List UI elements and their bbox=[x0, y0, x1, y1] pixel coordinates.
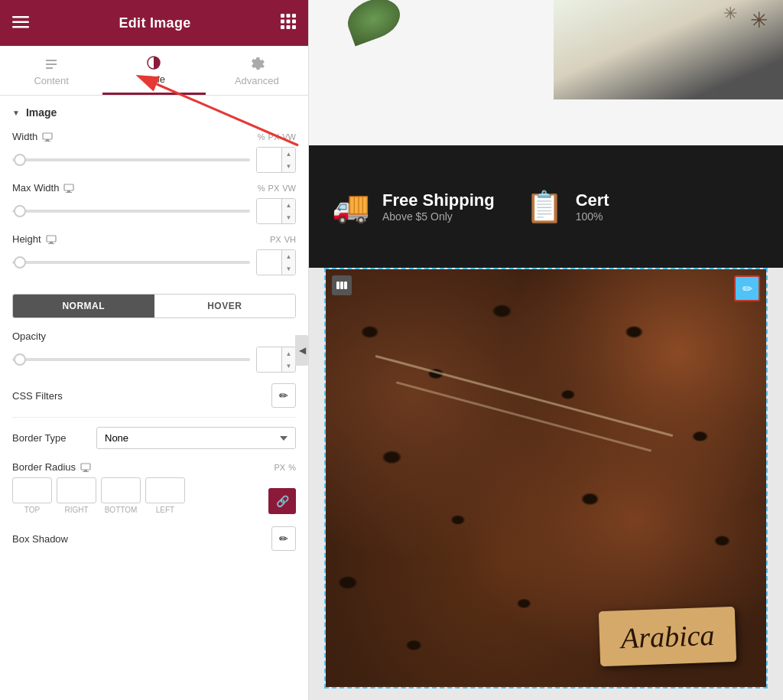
column-handle[interactable] bbox=[332, 275, 352, 295]
max-width-increment-btn[interactable]: ▲ bbox=[282, 199, 295, 211]
br-top-input[interactable]: ▲ ▼ bbox=[12, 477, 52, 503]
br-right-input[interactable]: ▲ ▼ bbox=[57, 477, 96, 503]
panel-title: Edit Image bbox=[119, 15, 190, 31]
opacity-label: Opacity bbox=[12, 330, 46, 342]
opacity-slider-track[interactable] bbox=[12, 358, 250, 361]
panel-header: Edit Image bbox=[0, 0, 308, 46]
height-slider-track[interactable] bbox=[12, 261, 250, 264]
height-units[interactable]: PX VH bbox=[270, 235, 296, 244]
border-radius-control: Border Radius PX % ▲ ▼ bbox=[0, 455, 308, 520]
max-width-decrement-btn[interactable]: ▼ bbox=[282, 211, 295, 223]
br-left-input[interactable]: ▲ ▼ bbox=[145, 477, 185, 503]
box-shadow-edit-btn[interactable]: ✏ bbox=[271, 526, 296, 551]
max-width-control: Max Width % PX VW ▲ ▼ bbox=[0, 177, 308, 229]
opacity-input[interactable]: ▲ ▼ bbox=[256, 347, 296, 373]
width-increment-btn[interactable]: ▲ bbox=[282, 148, 295, 160]
arabica-tag: Arabica bbox=[598, 607, 736, 666]
cert-subtitle: 100% bbox=[576, 210, 609, 223]
height-input[interactable]: ▲ ▼ bbox=[256, 249, 296, 275]
coffee-image-section: Arabica ✏ bbox=[324, 268, 768, 689]
hover-btn[interactable]: HOVER bbox=[154, 295, 296, 317]
max-width-slider-track[interactable] bbox=[12, 210, 250, 213]
svg-rect-8 bbox=[292, 19, 296, 23]
opacity-input-field[interactable] bbox=[257, 347, 281, 372]
cert-text: Cert 100% bbox=[576, 190, 609, 223]
width-slider-track[interactable] bbox=[12, 158, 250, 161]
svg-rect-14 bbox=[46, 139, 49, 141]
width-decrement-btn[interactable]: ▼ bbox=[282, 160, 295, 172]
max-width-label: Max Width bbox=[12, 182, 74, 194]
br-left-field[interactable] bbox=[146, 478, 185, 503]
section-image[interactable]: ▼ Image bbox=[0, 96, 308, 126]
image-edit-btn[interactable]: ✏ bbox=[734, 275, 760, 301]
tab-style[interactable]: Style bbox=[102, 46, 205, 95]
tab-content[interactable]: Content bbox=[0, 47, 102, 94]
max-width-input[interactable]: ▲ ▼ bbox=[256, 198, 296, 224]
svg-rect-29 bbox=[344, 282, 347, 289]
opacity-control: Opacity ▲ ▼ bbox=[0, 326, 308, 377]
br-top-label: TOP bbox=[24, 506, 40, 514]
border-radius-units[interactable]: PX % bbox=[275, 463, 296, 472]
svg-rect-3 bbox=[281, 14, 284, 18]
svg-rect-22 bbox=[81, 464, 90, 470]
opacity-increment-btn[interactable]: ▲ bbox=[282, 347, 295, 360]
border-type-select[interactable]: None Solid Dashed Dotted Double bbox=[96, 427, 296, 449]
cert-icon: 📋 bbox=[525, 189, 564, 225]
br-bottom-field[interactable] bbox=[102, 478, 141, 503]
opacity-decrement-btn[interactable]: ▼ bbox=[282, 360, 295, 372]
max-width-units[interactable]: % PX VW bbox=[258, 184, 296, 193]
svg-rect-1 bbox=[12, 21, 29, 23]
width-input[interactable]: ▲ ▼ bbox=[256, 147, 296, 173]
height-decrement-btn[interactable]: ▼ bbox=[282, 262, 295, 275]
height-control: Height PX VH ▲ ▼ bbox=[0, 229, 308, 280]
opacity-slider-thumb[interactable] bbox=[14, 353, 26, 366]
br-right-field[interactable] bbox=[57, 478, 96, 503]
grid-icon[interactable] bbox=[281, 14, 296, 33]
monitor-icon bbox=[42, 132, 53, 142]
tab-content-label: Content bbox=[34, 75, 69, 86]
column-handle-icon bbox=[336, 280, 347, 291]
svg-rect-20 bbox=[50, 242, 53, 243]
max-width-slider-thumb[interactable] bbox=[14, 205, 26, 217]
tab-advanced[interactable]: Advanced bbox=[206, 47, 308, 94]
monitor-icon-br bbox=[80, 463, 91, 472]
br-bottom-label: BOTTOM bbox=[105, 506, 138, 514]
section-image-label: Image bbox=[26, 106, 57, 119]
max-width-input-field[interactable] bbox=[257, 199, 281, 223]
br-bottom-input[interactable]: ▲ ▼ bbox=[101, 477, 141, 503]
svg-rect-23 bbox=[84, 470, 87, 471]
css-filters-label: CSS Filters bbox=[12, 390, 63, 402]
br-right-label: RIGHT bbox=[64, 506, 88, 514]
panel-collapse-btn[interactable]: ◀ bbox=[295, 335, 309, 366]
svg-rect-15 bbox=[44, 141, 50, 142]
svg-rect-2 bbox=[12, 26, 29, 28]
svg-rect-6 bbox=[281, 19, 284, 23]
height-increment-btn[interactable]: ▲ bbox=[282, 250, 295, 262]
svg-rect-4 bbox=[287, 14, 291, 18]
border-type-row: Border Type None Solid Dashed Dotted Dou… bbox=[0, 421, 308, 455]
hamburger-icon[interactable] bbox=[12, 15, 29, 32]
normal-btn[interactable]: NORMAL bbox=[13, 295, 154, 317]
svg-rect-0 bbox=[12, 16, 29, 18]
br-left-label: LEFT bbox=[156, 506, 174, 514]
edit-pencil-icon: ✏ bbox=[742, 282, 752, 296]
width-input-field[interactable] bbox=[257, 148, 281, 172]
border-radius-link-btn[interactable]: 🔗 bbox=[268, 488, 296, 514]
br-top-field[interactable] bbox=[13, 478, 52, 503]
svg-rect-21 bbox=[48, 243, 54, 244]
tab-advanced-label: Advanced bbox=[235, 75, 279, 86]
left-panel: Edit Image Content Style bbox=[0, 0, 309, 700]
svg-rect-13 bbox=[43, 133, 52, 139]
divider-1 bbox=[12, 417, 296, 418]
svg-rect-16 bbox=[64, 184, 73, 190]
css-filters-edit-btn[interactable]: ✏ bbox=[271, 383, 296, 408]
arabica-text: Arabica bbox=[620, 619, 715, 654]
height-input-field[interactable] bbox=[257, 250, 281, 275]
normal-hover-toggle[interactable]: NORMAL HOVER bbox=[12, 294, 296, 318]
height-slider-thumb[interactable] bbox=[14, 256, 26, 269]
truck-icon: 🚚 bbox=[332, 189, 370, 225]
width-units[interactable]: % PX VW bbox=[258, 132, 296, 142]
svg-rect-7 bbox=[287, 19, 291, 23]
shipping-title: Free Shipping bbox=[382, 190, 495, 210]
width-slider-thumb[interactable] bbox=[14, 154, 26, 166]
